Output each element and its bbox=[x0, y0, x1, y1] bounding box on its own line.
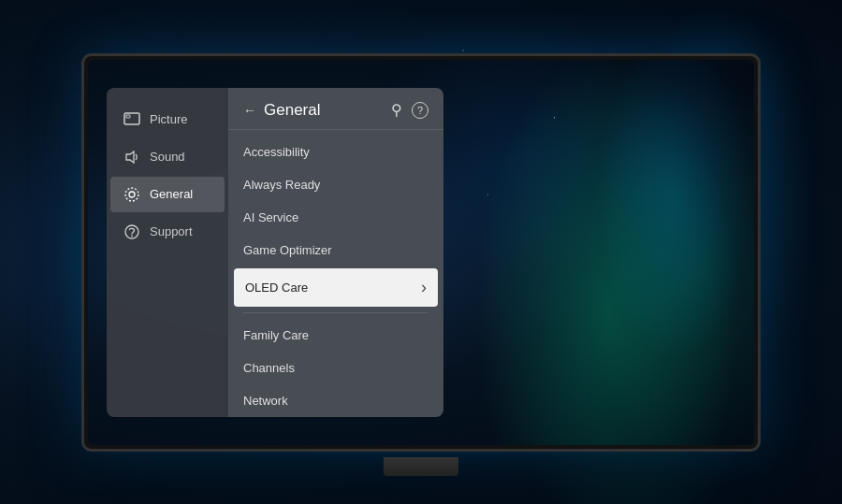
panel-header: ← General ⚲ ? bbox=[228, 88, 443, 130]
sidebar-item-general-label: General bbox=[150, 187, 193, 201]
main-panel: ← General ⚲ ? AccessibilityAlways ReadyA… bbox=[228, 88, 443, 417]
menu-item-oled-care[interactable]: OLED Care› bbox=[234, 268, 438, 307]
menu-item-label-network: Network bbox=[243, 394, 428, 408]
search-icon[interactable]: ⚲ bbox=[391, 101, 402, 119]
panel-title: General bbox=[264, 101, 320, 120]
menu-item-label-accessibility: Accessibility bbox=[243, 145, 428, 159]
general-icon bbox=[123, 186, 140, 203]
svg-marker-2 bbox=[126, 151, 134, 163]
menu-item-accessibility[interactable]: Accessibility bbox=[228, 136, 443, 168]
menu-item-label-family-care: Family Care bbox=[243, 328, 428, 342]
menu-item-label-game-optimizer: Game Optimizer bbox=[243, 243, 428, 257]
sidebar: Picture Sound bbox=[107, 88, 228, 417]
chevron-icon-oled-care: › bbox=[421, 278, 427, 297]
sidebar-item-support-label: Support bbox=[150, 224, 193, 238]
tv-screen: Picture Sound bbox=[88, 60, 754, 445]
back-icon[interactable]: ← bbox=[243, 103, 256, 118]
sidebar-item-sound[interactable]: Sound bbox=[110, 139, 225, 175]
sidebar-item-support[interactable]: Support bbox=[110, 214, 225, 250]
svg-rect-1 bbox=[126, 115, 130, 118]
menu-list: AccessibilityAlways ReadyAI ServiceGame … bbox=[228, 130, 443, 417]
menu-item-label-always-ready: Always Ready bbox=[243, 178, 428, 192]
svg-point-4 bbox=[125, 188, 138, 201]
menu-item-channels[interactable]: Channels bbox=[228, 352, 443, 384]
menu-item-always-ready[interactable]: Always Ready bbox=[228, 168, 443, 201]
panel-header-right: ⚲ ? bbox=[391, 101, 428, 119]
menu-item-label-ai-service: AI Service bbox=[243, 210, 428, 224]
tv-frame: Picture Sound bbox=[84, 56, 758, 449]
menu-item-family-care[interactable]: Family Care bbox=[228, 319, 443, 352]
sidebar-item-sound-label: Sound bbox=[150, 150, 185, 164]
picture-icon bbox=[123, 111, 140, 128]
support-icon bbox=[123, 223, 140, 240]
menu-item-ai-service[interactable]: AI Service bbox=[228, 201, 443, 234]
tv-stand bbox=[384, 457, 458, 476]
menu-item-label-oled-care: OLED Care bbox=[245, 281, 421, 295]
sidebar-item-picture[interactable]: Picture bbox=[110, 102, 225, 137]
svg-point-3 bbox=[129, 192, 135, 197]
help-icon[interactable]: ? bbox=[412, 102, 428, 119]
sound-icon bbox=[123, 149, 140, 166]
menu-separator-oled-care bbox=[243, 312, 428, 313]
menu-item-label-channels: Channels bbox=[243, 361, 428, 375]
sidebar-item-general[interactable]: General bbox=[110, 177, 225, 212]
sidebar-item-picture-label: Picture bbox=[150, 112, 187, 126]
menu-container: Picture Sound bbox=[107, 88, 443, 417]
panel-header-left: ← General bbox=[243, 101, 320, 120]
menu-item-game-optimizer[interactable]: Game Optimizer bbox=[228, 234, 443, 266]
menu-item-network[interactable]: Network bbox=[228, 384, 443, 417]
